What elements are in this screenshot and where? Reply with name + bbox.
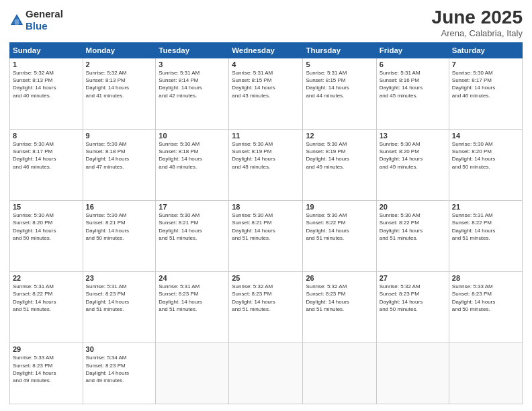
day-number: 10	[159, 132, 226, 140]
title-block: June 2025 Arena, Calabria, Italy	[432, 7, 523, 38]
day-info: Sunrise: 5:31 AM Sunset: 8:15 PM Dayligh…	[232, 69, 300, 99]
calendar-cell: 29Sunrise: 5:33 AM Sunset: 8:23 PM Dayli…	[10, 343, 83, 404]
day-number: 7	[452, 60, 519, 68]
day-number: 16	[86, 203, 153, 211]
day-info: Sunrise: 5:31 AM Sunset: 8:22 PM Dayligh…	[13, 283, 80, 313]
day-number: 26	[306, 274, 373, 282]
calendar-cell: 27Sunrise: 5:32 AM Sunset: 8:23 PM Dayli…	[376, 272, 449, 343]
calendar-cell: 26Sunrise: 5:32 AM Sunset: 8:23 PM Dayli…	[303, 272, 376, 343]
day-number: 6	[380, 60, 446, 68]
calendar-cell: 21Sunrise: 5:31 AM Sunset: 8:22 PM Dayli…	[449, 201, 522, 272]
calendar-header-row: SundayMondayTuesdayWednesdayThursdayFrid…	[10, 43, 523, 58]
day-number: 18	[232, 203, 300, 211]
calendar-cell: 24Sunrise: 5:31 AM Sunset: 8:23 PM Dayli…	[156, 272, 229, 343]
day-number: 15	[13, 203, 80, 211]
day-number: 2	[86, 60, 153, 68]
day-of-week-header: Friday	[376, 43, 449, 58]
calendar-cell: 9Sunrise: 5:30 AM Sunset: 8:18 PM Daylig…	[83, 130, 156, 201]
day-info: Sunrise: 5:31 AM Sunset: 8:23 PM Dayligh…	[159, 283, 226, 313]
calendar-week-row: 22Sunrise: 5:31 AM Sunset: 8:22 PM Dayli…	[10, 272, 523, 343]
day-number: 11	[232, 132, 300, 140]
calendar-cell: 10Sunrise: 5:30 AM Sunset: 8:18 PM Dayli…	[156, 130, 229, 201]
calendar-cell: 1Sunrise: 5:32 AM Sunset: 8:13 PM Daylig…	[10, 58, 83, 130]
day-number: 25	[232, 274, 300, 282]
calendar-cell: 12Sunrise: 5:30 AM Sunset: 8:19 PM Dayli…	[303, 130, 376, 201]
day-info: Sunrise: 5:30 AM Sunset: 8:21 PM Dayligh…	[86, 212, 153, 242]
calendar-cell: 20Sunrise: 5:30 AM Sunset: 8:22 PM Dayli…	[376, 201, 449, 272]
day-number: 30	[86, 345, 153, 353]
calendar-week-row: 8Sunrise: 5:30 AM Sunset: 8:17 PM Daylig…	[10, 130, 523, 201]
day-of-week-header: Saturday	[449, 43, 522, 58]
day-number: 8	[13, 132, 80, 140]
day-of-week-header: Wednesday	[229, 43, 303, 58]
calendar-cell: 28Sunrise: 5:33 AM Sunset: 8:23 PM Dayli…	[449, 272, 522, 343]
month-title: June 2025	[432, 7, 523, 28]
calendar-week-row: 1Sunrise: 5:32 AM Sunset: 8:13 PM Daylig…	[10, 58, 523, 130]
calendar-cell	[156, 343, 229, 404]
calendar-cell: 30Sunrise: 5:34 AM Sunset: 8:23 PM Dayli…	[83, 343, 156, 404]
day-info: Sunrise: 5:30 AM Sunset: 8:17 PM Dayligh…	[13, 140, 80, 171]
day-number: 5	[306, 60, 373, 68]
calendar-cell: 2Sunrise: 5:32 AM Sunset: 8:13 PM Daylig…	[83, 58, 156, 130]
svg-rect-2	[15, 19, 19, 25]
day-info: Sunrise: 5:30 AM Sunset: 8:18 PM Dayligh…	[86, 140, 153, 171]
day-info: Sunrise: 5:31 AM Sunset: 8:15 PM Dayligh…	[306, 69, 373, 99]
logo-blue-text: Blue	[26, 20, 48, 32]
day-info: Sunrise: 5:31 AM Sunset: 8:14 PM Dayligh…	[159, 69, 226, 99]
day-info: Sunrise: 5:32 AM Sunset: 8:13 PM Dayligh…	[86, 69, 153, 99]
calendar-cell: 15Sunrise: 5:30 AM Sunset: 8:20 PM Dayli…	[10, 201, 83, 272]
calendar-cell: 13Sunrise: 5:30 AM Sunset: 8:20 PM Dayli…	[376, 130, 449, 201]
calendar-cell: 17Sunrise: 5:30 AM Sunset: 8:21 PM Dayli…	[156, 201, 229, 272]
day-number: 14	[452, 132, 519, 140]
calendar-cell: 25Sunrise: 5:32 AM Sunset: 8:23 PM Dayli…	[229, 272, 303, 343]
day-number: 24	[159, 274, 226, 282]
day-number: 23	[86, 274, 153, 282]
day-info: Sunrise: 5:31 AM Sunset: 8:16 PM Dayligh…	[380, 69, 446, 99]
calendar-cell: 6Sunrise: 5:31 AM Sunset: 8:16 PM Daylig…	[376, 58, 449, 130]
day-info: Sunrise: 5:30 AM Sunset: 8:20 PM Dayligh…	[13, 212, 80, 242]
calendar-cell: 19Sunrise: 5:30 AM Sunset: 8:22 PM Dayli…	[303, 201, 376, 272]
day-of-week-header: Sunday	[10, 43, 83, 58]
calendar-cell: 23Sunrise: 5:31 AM Sunset: 8:23 PM Dayli…	[83, 272, 156, 343]
day-info: Sunrise: 5:31 AM Sunset: 8:22 PM Dayligh…	[452, 212, 519, 242]
day-number: 9	[86, 132, 153, 140]
page: General Blue June 2025 Arena, Calabria, …	[0, 0, 532, 411]
calendar-week-row: 29Sunrise: 5:33 AM Sunset: 8:23 PM Dayli…	[10, 343, 523, 404]
calendar-cell: 18Sunrise: 5:30 AM Sunset: 8:21 PM Dayli…	[229, 201, 303, 272]
calendar-cell: 8Sunrise: 5:30 AM Sunset: 8:17 PM Daylig…	[10, 130, 83, 201]
day-number: 12	[306, 132, 373, 140]
day-info: Sunrise: 5:30 AM Sunset: 8:20 PM Dayligh…	[452, 140, 519, 171]
calendar-cell	[376, 343, 449, 404]
day-number: 19	[306, 203, 373, 211]
day-number: 28	[452, 274, 519, 282]
day-number: 4	[232, 60, 300, 68]
day-number: 21	[452, 203, 519, 211]
calendar-cell: 3Sunrise: 5:31 AM Sunset: 8:14 PM Daylig…	[156, 58, 229, 130]
calendar-cell: 5Sunrise: 5:31 AM Sunset: 8:15 PM Daylig…	[303, 58, 376, 130]
logo-icon	[9, 13, 24, 28]
logo-general-text: General	[26, 8, 63, 19]
day-info: Sunrise: 5:30 AM Sunset: 8:21 PM Dayligh…	[159, 212, 226, 242]
day-info: Sunrise: 5:33 AM Sunset: 8:23 PM Dayligh…	[13, 354, 80, 384]
day-info: Sunrise: 5:30 AM Sunset: 8:21 PM Dayligh…	[232, 212, 300, 242]
day-info: Sunrise: 5:30 AM Sunset: 8:17 PM Dayligh…	[452, 69, 519, 99]
day-info: Sunrise: 5:30 AM Sunset: 8:22 PM Dayligh…	[380, 212, 446, 242]
day-number: 3	[159, 60, 226, 68]
day-info: Sunrise: 5:30 AM Sunset: 8:19 PM Dayligh…	[232, 140, 300, 171]
day-of-week-header: Tuesday	[156, 43, 229, 58]
calendar-table: SundayMondayTuesdayWednesdayThursdayFrid…	[9, 42, 523, 404]
calendar-cell: 22Sunrise: 5:31 AM Sunset: 8:22 PM Dayli…	[10, 272, 83, 343]
day-info: Sunrise: 5:34 AM Sunset: 8:23 PM Dayligh…	[86, 354, 153, 384]
calendar-cell: 16Sunrise: 5:30 AM Sunset: 8:21 PM Dayli…	[83, 201, 156, 272]
calendar-cell	[229, 343, 303, 404]
day-of-week-header: Monday	[83, 43, 156, 58]
calendar-cell	[449, 343, 522, 404]
day-info: Sunrise: 5:32 AM Sunset: 8:23 PM Dayligh…	[306, 283, 373, 313]
day-info: Sunrise: 5:30 AM Sunset: 8:20 PM Dayligh…	[380, 140, 446, 171]
logo: General Blue	[9, 8, 63, 32]
calendar-cell	[303, 343, 376, 404]
calendar-cell: 14Sunrise: 5:30 AM Sunset: 8:20 PM Dayli…	[449, 130, 522, 201]
calendar-cell: 7Sunrise: 5:30 AM Sunset: 8:17 PM Daylig…	[449, 58, 522, 130]
day-number: 22	[13, 274, 80, 282]
calendar-body: 1Sunrise: 5:32 AM Sunset: 8:13 PM Daylig…	[10, 58, 523, 404]
